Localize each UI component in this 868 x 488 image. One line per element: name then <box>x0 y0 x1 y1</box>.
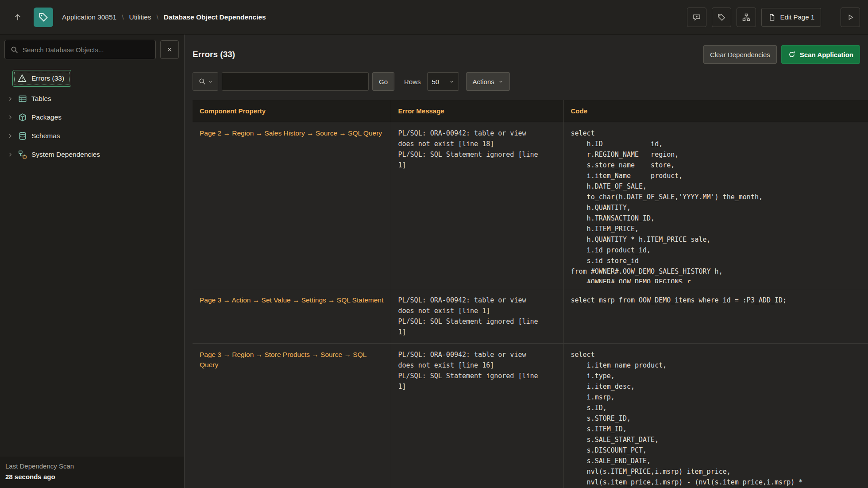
last-scan-value: 28 seconds ago <box>5 473 179 480</box>
error-message-cell: PL/SQL: ORA-00942: table or view does no… <box>391 122 563 289</box>
table-row: Page 3 → Region → Store Products → Sourc… <box>193 344 868 488</box>
main-panel: Errors (33) Clear Dependencies Scan Appl… <box>185 35 868 488</box>
page-header: Errors (33) Clear Dependencies Scan Appl… <box>185 35 868 64</box>
column-header-component-property[interactable]: Component Property <box>193 100 391 122</box>
sidebar-search-row <box>0 35 184 63</box>
page-title: Errors (33) <box>193 50 235 59</box>
object-tree: Errors (33) Tables <box>0 70 184 164</box>
code-cell: select i.item_name product, i.type, i.it… <box>563 344 868 488</box>
error-message-cell: PL/SQL: ORA-00942: table or view does no… <box>391 344 563 488</box>
table-row: Page 2 → Region → Sales History → Source… <box>193 122 868 289</box>
chevron-right-icon[interactable] <box>7 151 14 158</box>
search-database-objects-input[interactable] <box>23 46 150 54</box>
chevron-right-icon[interactable] <box>7 96 14 102</box>
sidebar-item-schemas[interactable]: Schemas <box>0 127 184 145</box>
play-icon <box>846 13 854 21</box>
breadcrumb-application[interactable]: Application 30851 <box>62 13 116 21</box>
breadcrumb-current-page: Database Object Dependencies <box>164 13 266 21</box>
breadcrumb-utilities[interactable]: Utilities <box>129 13 151 21</box>
scan-application-button[interactable]: Scan Application <box>781 45 860 64</box>
breadcrumb-separator: \ <box>157 13 158 21</box>
rows-label: Rows <box>404 78 421 85</box>
actions-label: Actions <box>473 78 494 85</box>
code-cell: select msrp from OOW_DEMO_items where id… <box>563 289 868 344</box>
sidebar-item-label: System Dependencies <box>31 151 100 159</box>
database-icon <box>18 131 27 141</box>
search-icon <box>10 46 19 54</box>
chevron-down-icon <box>449 79 454 84</box>
rows-select[interactable]: 50 <box>427 72 459 91</box>
error-message-text: PL/SQL: ORA-00942: table or view does no… <box>398 295 539 337</box>
chevron-down-icon <box>498 79 503 84</box>
code-cell: select h.ID id, r.REGION_NAME region, s.… <box>563 122 868 289</box>
error-message-text: PL/SQL: ORA-00942: table or view does no… <box>398 349 539 392</box>
table-icon <box>18 94 27 104</box>
sidebar-item-packages[interactable]: Packages <box>0 108 184 127</box>
sidebar-item-label: Tables <box>31 95 51 103</box>
sidebar: Errors (33) Tables <box>0 35 185 488</box>
component-property-link[interactable]: Page 3 → Action → Set Value → Settings →… <box>200 295 383 305</box>
sidebar-item-label: Packages <box>31 113 62 121</box>
arrow-up-icon <box>13 13 22 22</box>
refresh-icon <box>788 50 796 58</box>
error-message-cell: PL/SQL: ORA-00942: table or view does no… <box>391 289 563 344</box>
report-toolbar: Go Rows 50 Actions <box>185 64 868 91</box>
component-property-cell: Page 2 → Region → Sales History → Source… <box>193 122 391 289</box>
page-actions: Clear Dependencies Scan Application <box>703 45 860 64</box>
report-header-row: Component Property Error Message Code <box>193 100 868 122</box>
sidebar-item-system-dependencies[interactable]: System Dependencies <box>0 145 184 164</box>
sidebar-item-errors[interactable]: Errors (33) <box>12 70 71 87</box>
dependency-flow-icon <box>18 150 27 159</box>
report-region: Component Property Error Message Code Pa… <box>185 100 868 488</box>
search-column-selector[interactable] <box>193 72 218 91</box>
table-row: Page 3 → Action → Set Value → Settings →… <box>193 289 868 344</box>
edit-page-label: Edit Page 1 <box>780 13 814 21</box>
apex-logo[interactable] <box>34 8 53 27</box>
code-text: select h.ID id, r.REGION_NAME region, s.… <box>571 128 861 283</box>
shortcuts-button[interactable] <box>712 8 731 27</box>
chevron-down-icon <box>208 79 213 84</box>
error-message-text: PL/SQL: ORA-00942: table or view does no… <box>398 128 539 170</box>
clear-dependencies-label: Clear Dependencies <box>710 51 770 58</box>
column-header-code[interactable]: Code <box>563 100 868 122</box>
sidebar-item-tables[interactable]: Tables <box>0 89 184 108</box>
report-search-input[interactable] <box>222 72 369 91</box>
team-dev-button[interactable] <box>737 8 756 27</box>
last-scan-panel: Last Dependency Scan 28 seconds ago <box>0 457 184 488</box>
chevron-right-icon[interactable] <box>7 133 14 139</box>
feedback-button[interactable] <box>687 8 706 27</box>
sidebar-item-label: Schemas <box>31 132 60 140</box>
package-cube-icon <box>18 112 27 122</box>
scan-application-label: Scan Application <box>800 51 853 58</box>
tree-item-errors-wrap: Errors (33) <box>12 70 184 87</box>
edit-page-button[interactable]: Edit Page 1 <box>761 8 821 27</box>
run-page-button[interactable] <box>841 8 860 27</box>
sidebar-search-box <box>4 40 156 59</box>
go-button[interactable]: Go <box>372 72 394 91</box>
feedback-bubble-icon <box>692 13 701 22</box>
topbar-actions: Edit Page 1 <box>687 8 860 27</box>
tag-icon <box>717 13 726 22</box>
component-property-cell: Page 3 → Region → Store Products → Sourc… <box>193 344 391 488</box>
content-area: Errors (33) Tables <box>0 35 868 488</box>
up-arrow-button[interactable] <box>8 8 27 27</box>
sidebar-item-label: Errors (33) <box>31 74 64 82</box>
component-property-link[interactable]: Page 2 → Region → Sales History → Source… <box>200 128 382 138</box>
component-property-link[interactable]: Page 3 → Region → Store Products → Sourc… <box>200 349 384 370</box>
go-label: Go <box>379 78 388 85</box>
chevron-right-icon[interactable] <box>7 114 14 120</box>
rows-select-value: 50 <box>432 78 440 85</box>
close-icon <box>166 46 173 53</box>
code-text: select msrp from OOW_DEMO_items where id… <box>571 295 861 306</box>
breadcrumb: Application 30851 \ Utilities \ Database… <box>62 13 266 21</box>
actions-menu-button[interactable]: Actions <box>466 72 510 91</box>
column-header-error-message[interactable]: Error Message <box>391 100 563 122</box>
errors-report-table: Component Property Error Message Code Pa… <box>193 100 868 488</box>
clear-dependencies-button[interactable]: Clear Dependencies <box>703 45 777 64</box>
hierarchy-icon <box>742 13 751 22</box>
code-text: select i.item_name product, i.type, i.it… <box>571 349 861 488</box>
warning-triangle-icon <box>17 74 27 83</box>
clear-search-button[interactable] <box>160 40 179 59</box>
top-header: Application 30851 \ Utilities \ Database… <box>0 0 868 35</box>
search-icon <box>198 77 206 85</box>
